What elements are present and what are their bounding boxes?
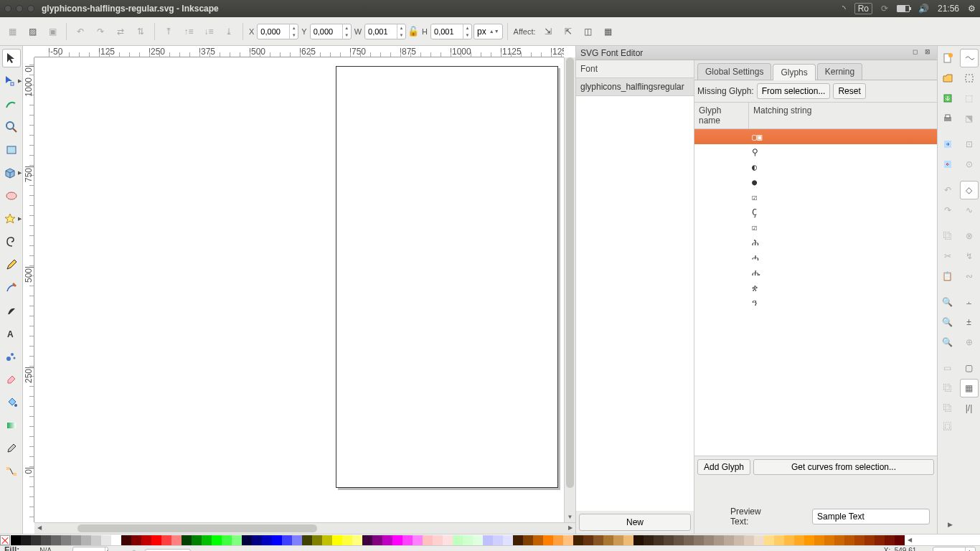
color-swatch[interactable]: [302, 535, 312, 545]
ellipse-tool[interactable]: [2, 187, 21, 205]
star-tool[interactable]: [1, 209, 19, 228]
glyph-match-cell[interactable]: ⚲: [749, 147, 937, 157]
color-swatch[interactable]: [674, 535, 684, 545]
color-swatch[interactable]: [694, 535, 704, 545]
color-swatch[interactable]: [553, 535, 563, 545]
tab-glyphs[interactable]: Glyphs: [773, 64, 815, 80]
glyph-match-cell[interactable]: ቋ: [749, 283, 937, 293]
select-all-layers-button[interactable]: ▨: [23, 22, 42, 41]
color-swatch[interactable]: [21, 535, 31, 545]
keyboard-indicator[interactable]: Ro: [854, 3, 872, 14]
color-swatch[interactable]: [232, 535, 242, 545]
flip-h-button[interactable]: ⇄: [111, 22, 130, 41]
cut-button[interactable]: ✂: [938, 247, 957, 265]
color-swatch[interactable]: [483, 535, 493, 545]
color-swatch[interactable]: [754, 535, 764, 545]
glyph-match-cell[interactable]: ◐: [749, 162, 937, 172]
snap-smooth-button[interactable]: ∾: [960, 267, 979, 286]
no-color-swatch[interactable]: [0, 535, 10, 545]
color-swatch[interactable]: [212, 535, 222, 545]
pencil-tool[interactable]: [2, 255, 21, 274]
fill-stroke-indicator[interactable]: Fill: Stroke:: [4, 547, 34, 552]
color-swatch[interactable]: [824, 535, 834, 545]
canvas-vscroll[interactable]: ▼: [564, 57, 575, 522]
snap-text-button[interactable]: [960, 418, 979, 436]
color-swatch[interactable]: [503, 535, 513, 545]
select-all-button[interactable]: ▦: [3, 22, 22, 41]
color-swatch[interactable]: [623, 535, 633, 545]
color-swatch[interactable]: [171, 535, 182, 545]
clock[interactable]: 21:56: [938, 4, 959, 14]
color-swatch[interactable]: [141, 535, 151, 545]
color-swatch[interactable]: [443, 535, 453, 545]
color-swatch[interactable]: [724, 535, 734, 545]
color-swatch[interactable]: [593, 535, 603, 545]
snap-intersection-button[interactable]: ⊗: [960, 227, 979, 245]
color-swatch[interactable]: [603, 535, 613, 545]
color-swatch[interactable]: [272, 535, 282, 545]
glyph-row[interactable]: ሔ: [694, 265, 937, 280]
color-swatch[interactable]: [744, 535, 754, 545]
font-list[interactable]: glyphicons_halflingsregular: [576, 78, 694, 511]
new-doc-button[interactable]: [938, 49, 957, 67]
rectangle-tool[interactable]: [2, 141, 21, 159]
color-swatch[interactable]: [834, 535, 844, 545]
selector-tool[interactable]: [2, 49, 21, 67]
color-swatch[interactable]: [121, 535, 131, 545]
wifi-icon[interactable]: ◝: [842, 4, 846, 14]
color-swatch[interactable]: [131, 535, 141, 545]
zoom-control[interactable]: Z: ▲▼: [922, 547, 976, 552]
color-swatch[interactable]: [764, 535, 774, 545]
color-swatch[interactable]: [282, 535, 292, 545]
eraser-tool[interactable]: [2, 370, 21, 389]
color-swatch[interactable]: [51, 535, 61, 545]
clone-button[interactable]: ⿻: [938, 379, 957, 397]
color-swatch[interactable]: [413, 535, 423, 545]
snap-rotation-button[interactable]: ⊕: [960, 333, 979, 352]
unit-select[interactable]: px▲▼: [473, 24, 503, 39]
snap-corner-button[interactable]: ⬔: [960, 109, 979, 128]
color-swatch[interactable]: [362, 535, 372, 545]
glyph-name-header[interactable]: Glyph name: [694, 103, 749, 128]
paint-bucket-tool[interactable]: [2, 393, 21, 412]
copy-button[interactable]: ⿻: [938, 227, 957, 245]
color-palette[interactable]: ◀: [0, 534, 980, 545]
snap-enable-button[interactable]: [960, 49, 979, 67]
save-button[interactable]: [938, 89, 957, 108]
unlink-button[interactable]: ⿻: [938, 399, 957, 418]
color-swatch[interactable]: [644, 535, 654, 545]
color-swatch[interactable]: [633, 535, 644, 545]
new-font-button[interactable]: New: [579, 514, 691, 531]
color-swatch[interactable]: [784, 535, 794, 545]
duplicate-button[interactable]: ▭: [938, 359, 957, 377]
glyph-row[interactable]: ●: [694, 174, 937, 189]
color-swatch[interactable]: [202, 535, 212, 545]
h-input[interactable]: ▲▼: [430, 24, 472, 39]
tweak-tool[interactable]: [2, 95, 21, 113]
canvas[interactable]: [34, 57, 564, 522]
lock-icon[interactable]: 🔓: [407, 26, 419, 37]
ruler-vertical[interactable]: 075050025001000: [23, 57, 34, 522]
color-swatch[interactable]: [352, 535, 362, 545]
color-swatch[interactable]: [342, 535, 352, 545]
opacity-input[interactable]: ▲▼: [72, 547, 108, 552]
color-swatch[interactable]: [804, 535, 814, 545]
battery-icon[interactable]: [897, 5, 910, 12]
color-swatch[interactable]: [71, 535, 81, 545]
add-glyph-button[interactable]: Add Glyph: [697, 459, 750, 475]
snap-bbox-button[interactable]: [960, 69, 979, 88]
affect-corner-button[interactable]: ◫: [579, 22, 598, 41]
color-swatch[interactable]: [161, 535, 171, 545]
x-input[interactable]: ▲▼: [257, 24, 298, 39]
glyph-list[interactable]: ▢▣⚲◐●☑Ç☑ሕሓሔቋዓ: [694, 129, 937, 456]
get-curves-button[interactable]: Get curves from selection...: [753, 459, 934, 475]
color-swatch[interactable]: [864, 535, 875, 545]
color-swatch[interactable]: [543, 535, 553, 545]
color-swatch[interactable]: [292, 535, 302, 545]
color-swatch[interactable]: [101, 535, 111, 545]
color-swatch[interactable]: [31, 535, 41, 545]
color-swatch[interactable]: [332, 535, 342, 545]
color-swatch[interactable]: [533, 535, 543, 545]
raise-button[interactable]: ↑≡: [179, 22, 198, 41]
color-swatch[interactable]: [814, 535, 824, 545]
